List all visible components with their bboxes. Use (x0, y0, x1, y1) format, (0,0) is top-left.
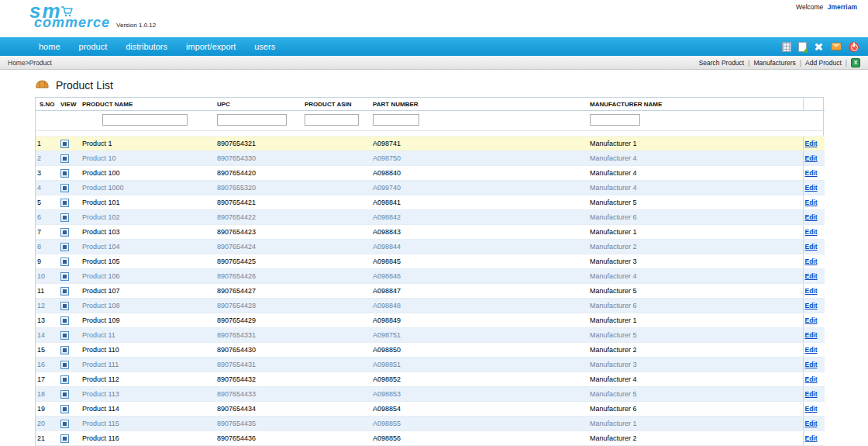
row-part-number: A098852 (371, 372, 588, 387)
table-row[interactable]: 11 Product 107 8907654427 A098847 Manufa… (36, 284, 825, 299)
view-icon[interactable] (60, 228, 69, 237)
product-table-body: 1 Product 1 8907654321 A098741 Manufactu… (36, 137, 825, 446)
edit-link[interactable]: Edit (805, 287, 818, 295)
edit-link[interactable]: Edit (805, 302, 818, 309)
edit-link[interactable]: Edit (805, 228, 818, 236)
col-product-asin: PRODUCT ASIN (303, 98, 371, 111)
row-product-asin (303, 240, 371, 254)
table-row[interactable]: 19 Product 114 8907654434 A098854 Manufa… (36, 402, 825, 417)
nav-item-import-export[interactable]: import/export (186, 42, 236, 51)
nav-icons (782, 42, 859, 52)
view-icon[interactable] (60, 154, 69, 163)
edit-link[interactable]: Edit (805, 316, 818, 324)
table-row[interactable]: 7 Product 103 8907654423 A098843 Manufac… (36, 225, 825, 240)
view-icon[interactable] (60, 287, 69, 296)
edit-link[interactable]: Edit (805, 420, 818, 427)
table-row[interactable]: 18 Product 113 8907654433 A098853 Manufa… (36, 387, 825, 402)
row-product-name: Product 112 (81, 372, 215, 387)
edit-link[interactable]: Edit (805, 272, 818, 280)
row-product-name: Product 114 (81, 402, 215, 417)
view-icon[interactable] (60, 405, 69, 413)
table-row[interactable]: 14 Product 11 8907654331 A098751 Manufac… (36, 328, 825, 343)
row-manufacturer-name: Manufacturer 4 (588, 269, 803, 284)
col-manufacturer-name: MANUFACTURER NAME (588, 98, 803, 111)
edit-link[interactable]: Edit (805, 199, 818, 206)
table-row[interactable]: 8 Product 104 8907654424 A098844 Manufac… (36, 240, 825, 254)
row-sno: 2 (36, 151, 59, 166)
table-row[interactable]: 16 Product 111 8907654431 A098851 Manufa… (36, 358, 825, 372)
table-row[interactable]: 13 Product 109 8907654429 A098849 Manufa… (36, 313, 825, 328)
view-icon[interactable] (60, 434, 69, 443)
toolbar-link-search-product[interactable]: Search Product (699, 59, 745, 67)
excel-export-icon[interactable] (851, 58, 860, 67)
view-icon[interactable] (60, 420, 69, 428)
filter-upc-input[interactable] (217, 114, 287, 126)
view-icon[interactable] (60, 169, 69, 178)
edit-link[interactable]: Edit (805, 258, 818, 265)
view-icon[interactable] (60, 316, 69, 325)
table-row[interactable]: 12 Product 108 8907654428 A098848 Manufa… (36, 299, 825, 313)
table-row[interactable]: 4 Product 1000 8907655320 A099740 Manufa… (36, 181, 825, 195)
edit-link[interactable]: Edit (805, 346, 818, 354)
table-row[interactable]: 3 Product 100 8907654420 A098840 Manufac… (36, 166, 825, 181)
view-icon[interactable] (60, 331, 69, 340)
table-row[interactable]: 5 Product 101 8907654421 A098841 Manufac… (36, 195, 825, 210)
edit-link[interactable]: Edit (805, 390, 818, 398)
power-icon[interactable] (849, 42, 859, 52)
view-icon[interactable] (60, 390, 69, 399)
table-row[interactable]: 17 Product 112 8907654432 A098852 Manufa… (36, 372, 825, 387)
edit-link[interactable]: Edit (805, 361, 818, 368)
table-row[interactable]: 6 Product 102 8907654422 A098842 Manufac… (36, 210, 825, 225)
view-icon[interactable] (60, 213, 69, 222)
view-icon[interactable] (60, 258, 69, 266)
filter-part-number-input[interactable] (373, 114, 419, 126)
edit-link[interactable]: Edit (805, 154, 818, 162)
edit-link[interactable]: Edit (805, 375, 818, 383)
edit-link[interactable]: Edit (805, 140, 818, 147)
row-sno: 7 (36, 225, 59, 240)
toolbar: Search Product|Manufacturers|Add Product… (699, 58, 860, 67)
toolbar-link-manufacturers[interactable]: Manufacturers (753, 59, 795, 67)
view-icon[interactable] (60, 272, 69, 281)
table-row[interactable]: 20 Product 115 8907654435 A098855 Manufa… (36, 417, 825, 431)
edit-link[interactable]: Edit (805, 243, 818, 251)
view-icon[interactable] (60, 184, 69, 192)
view-icon[interactable] (60, 199, 69, 207)
grid-icon[interactable] (782, 42, 791, 52)
table-row[interactable]: 10 Product 106 8907654426 A098846 Manufa… (36, 269, 825, 284)
table-row[interactable]: 15 Product 110 8907654430 A098850 Manufa… (36, 343, 825, 358)
view-icon[interactable] (60, 243, 69, 251)
table-row[interactable]: 1 Product 1 8907654321 A098741 Manufactu… (36, 137, 825, 151)
table-row[interactable]: 2 Product 10 8907654330 A098750 Manufact… (36, 151, 825, 166)
mail-icon[interactable] (831, 43, 842, 50)
filter-manufacturer-name-input[interactable] (590, 114, 640, 126)
row-product-asin (303, 372, 371, 387)
edit-link[interactable]: Edit (805, 169, 818, 177)
view-icon[interactable] (60, 361, 69, 369)
row-sno: 19 (36, 402, 59, 417)
filter-product-asin-input[interactable] (305, 114, 359, 126)
tools-icon[interactable] (814, 42, 824, 52)
view-icon[interactable] (60, 302, 69, 310)
edit-link[interactable]: Edit (805, 434, 818, 442)
edit-link[interactable]: Edit (805, 184, 818, 192)
view-icon[interactable] (60, 140, 69, 148)
username-link[interactable]: Jmerriam (828, 3, 857, 11)
view-icon[interactable] (60, 346, 69, 354)
table-row[interactable]: 21 Product 116 8907654436 A098856 Manufa… (36, 431, 825, 446)
filter-product-name-input[interactable] (102, 114, 188, 126)
row-product-name: Product 10 (81, 151, 215, 166)
nav-item-users[interactable]: users (254, 42, 275, 51)
note-icon[interactable] (798, 42, 807, 52)
nav-item-home[interactable]: home (39, 42, 60, 51)
nav-item-product[interactable]: product (79, 42, 108, 51)
toolbar-link-add-product[interactable]: Add Product (805, 59, 842, 67)
edit-link[interactable]: Edit (805, 405, 818, 413)
row-sno: 17 (36, 372, 59, 387)
edit-link[interactable]: Edit (805, 213, 818, 221)
view-icon[interactable] (60, 375, 69, 384)
table-row[interactable]: 9 Product 105 8907654425 A098845 Manufac… (36, 254, 825, 269)
edit-link[interactable]: Edit (805, 331, 818, 339)
row-part-number: A098842 (371, 210, 588, 225)
nav-item-distributors[interactable]: distributors (126, 42, 167, 51)
